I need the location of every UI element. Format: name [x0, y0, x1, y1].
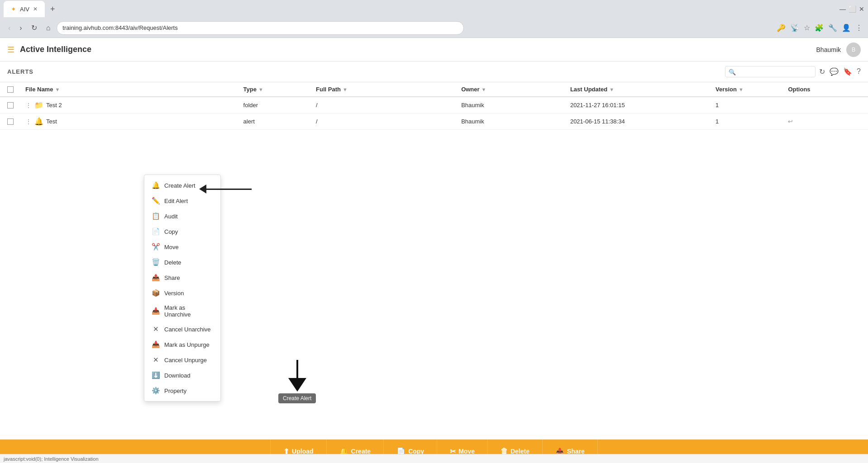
row1-menu-button[interactable]: ⋮ — [25, 102, 32, 109]
forward-button[interactable]: › — [17, 23, 24, 33]
tab-close-button[interactable]: ✕ — [33, 6, 38, 12]
download-label: Download — [164, 372, 191, 379]
context-menu-item-copy[interactable]: 📄 Copy — [144, 224, 220, 239]
bookmark-icon[interactable]: 🔖 — [843, 67, 852, 76]
row1-checkbox[interactable] — [7, 102, 14, 109]
app-title: Active Intelligence — [20, 45, 91, 54]
user-avatar[interactable]: B — [846, 43, 861, 57]
context-menu-item-download[interactable]: ⬇️ Download — [144, 368, 220, 383]
back-button[interactable]: ‹ — [5, 23, 13, 33]
header-version[interactable]: Version ▼ — [715, 86, 788, 93]
copy-label: Copy — [164, 228, 178, 235]
key-icon[interactable]: 🔑 — [777, 24, 786, 32]
row1-fullpath: / — [316, 102, 461, 109]
owner-filter-icon[interactable]: ▼ — [482, 87, 486, 92]
row1-checkbox-cell — [7, 102, 25, 109]
property-label: Property — [164, 387, 186, 394]
row2-type: alert — [243, 118, 316, 125]
header-options: Options — [788, 86, 861, 93]
header-type[interactable]: Type ▼ — [243, 86, 316, 93]
row2-checkbox[interactable] — [7, 118, 14, 125]
hamburger-menu-icon[interactable]: ☰ — [7, 45, 14, 55]
alert-file-icon: 🔔 — [34, 117, 43, 126]
section-header: ALERTS 🔍 ↻ 💬 🔖 ? — [0, 61, 868, 82]
cancel-unarchive-label: Cancel Unarchive — [164, 326, 211, 333]
context-menu-item-move[interactable]: ✂️ Move — [144, 239, 220, 255]
refresh-button[interactable]: ↻ — [29, 23, 40, 33]
audit-ctx-icon: 📋 — [152, 212, 160, 220]
mark-unpurge-ctx-icon: 📥 — [152, 340, 160, 349]
row2-options[interactable]: ↩ — [788, 118, 861, 125]
row2-checkbox-cell — [7, 118, 25, 125]
lastupdated-filter-icon[interactable]: ▼ — [609, 87, 614, 92]
minimize-button[interactable]: — — [839, 5, 846, 13]
header-fullpath[interactable]: Full Path ▼ — [316, 86, 461, 93]
help-icon[interactable]: ? — [857, 67, 861, 76]
row2-name: Test — [46, 118, 57, 125]
row1-lastupdated: 2021-11-27 16:01:15 — [570, 102, 715, 109]
header-checkbox-cell — [7, 86, 25, 93]
select-all-checkbox[interactable] — [7, 86, 14, 93]
row1-owner: Bhaumik — [461, 102, 570, 109]
address-bar[interactable]: training.aivhub.com:8443/aiv/Request/Ale… — [57, 21, 464, 35]
audit-label: Audit — [164, 213, 178, 220]
share-ctx-icon: 📤 — [152, 274, 160, 282]
extension-icon1[interactable]: 🧩 — [815, 24, 824, 32]
table-row[interactable]: ⋮ 📁 Test 2 folder / Bhaumik 2021-11-27 1… — [0, 97, 868, 113]
active-tab[interactable]: ✦ AIV ✕ — [4, 1, 45, 17]
app-header: ☰ Active Intelligence Bhaumik B — [0, 38, 868, 61]
tab-title: AIV — [20, 6, 29, 13]
context-menu-item-cancel-unarchive[interactable]: ✕ Cancel Unarchive — [144, 321, 220, 337]
type-filter-icon[interactable]: ▼ — [258, 87, 263, 92]
version-ctx-icon: 📦 — [152, 289, 160, 297]
close-button[interactable]: ✕ — [859, 5, 864, 13]
folder-icon: 📁 — [34, 101, 43, 109]
row2-menu-button[interactable]: ⋮ — [25, 118, 32, 125]
version-filter-icon[interactable]: ▼ — [739, 87, 744, 92]
share-label: Share — [164, 274, 180, 281]
header-filename[interactable]: File Name ▼ — [25, 86, 243, 93]
profile-icon[interactable]: 👤 — [842, 24, 851, 32]
mark-unarchive-ctx-icon: 📥 — [152, 307, 160, 315]
more-options-icon[interactable]: ⋮ — [855, 24, 863, 32]
row1-name: Test 2 — [46, 102, 62, 109]
context-menu-item-version[interactable]: 📦 Version — [144, 285, 220, 301]
edit-alert-ctx-icon: ✏️ — [152, 197, 160, 205]
create-alert-label: Create Alert — [164, 182, 196, 189]
new-tab-button[interactable]: + — [47, 3, 59, 16]
maximize-button[interactable]: ⬜ — [849, 5, 856, 13]
cast-icon[interactable]: 📡 — [790, 24, 799, 32]
context-menu: 🔔 Create Alert ✏️ Edit Alert 📋 Audit 📄 C… — [144, 175, 221, 402]
context-menu-item-property[interactable]: ⚙️ Property — [144, 383, 220, 398]
browser-chrome: ✦ AIV ✕ + — ⬜ ✕ — [0, 0, 868, 18]
context-menu-item-mark-unpurge[interactable]: 📥 Mark as Unpurge — [144, 337, 220, 352]
context-menu-item-audit[interactable]: 📋 Audit — [144, 208, 220, 224]
context-menu-item-mark-unarchive[interactable]: 📥 Mark as Unarchive — [144, 301, 220, 321]
search-input[interactable] — [725, 66, 816, 77]
history-icon[interactable]: ↩ — [788, 118, 793, 125]
delete-ctx-icon: 🗑️ — [152, 258, 160, 266]
home-button[interactable]: ⌂ — [43, 23, 53, 33]
search-input-wrapper: 🔍 — [725, 66, 816, 77]
status-bar: javascript:void(0); Intelligence Visuali… — [0, 454, 868, 463]
fullpath-filter-icon[interactable]: ▼ — [343, 87, 348, 92]
extension-icon2[interactable]: 🔧 — [828, 24, 837, 32]
url-text: training.aivhub.com:8443/aiv/Request/Ale… — [62, 24, 177, 31]
filename-filter-icon[interactable]: ▼ — [55, 87, 60, 92]
header-owner[interactable]: Owner ▼ — [461, 86, 570, 93]
move-ctx-icon: ✂️ — [152, 243, 160, 251]
refresh-action-icon[interactable]: ↻ — [819, 67, 825, 76]
star-icon[interactable]: ☆ — [804, 24, 810, 32]
status-text: javascript:void(0); Intelligence Visuali… — [4, 456, 99, 462]
context-menu-item-share[interactable]: 📤 Share — [144, 270, 220, 285]
version-label: Version — [164, 290, 184, 297]
table-header: File Name ▼ Type ▼ Full Path ▼ Owner ▼ L… — [0, 82, 868, 97]
chat-icon[interactable]: 💬 — [830, 67, 839, 76]
cancel-unpurge-ctx-icon: ✕ — [152, 356, 160, 364]
header-lastupdated[interactable]: Last Updated ▼ — [570, 86, 715, 93]
browser-controls: — ⬜ ✕ — [839, 5, 864, 13]
context-menu-item-edit-alert[interactable]: ✏️ Edit Alert — [144, 193, 220, 208]
table-row[interactable]: ⋮ 🔔 Test alert / Bhaumik 2021-06-15 11:3… — [0, 113, 868, 130]
context-menu-item-cancel-unpurge[interactable]: ✕ Cancel Unpurge — [144, 352, 220, 368]
context-menu-item-delete[interactable]: 🗑️ Delete — [144, 255, 220, 270]
